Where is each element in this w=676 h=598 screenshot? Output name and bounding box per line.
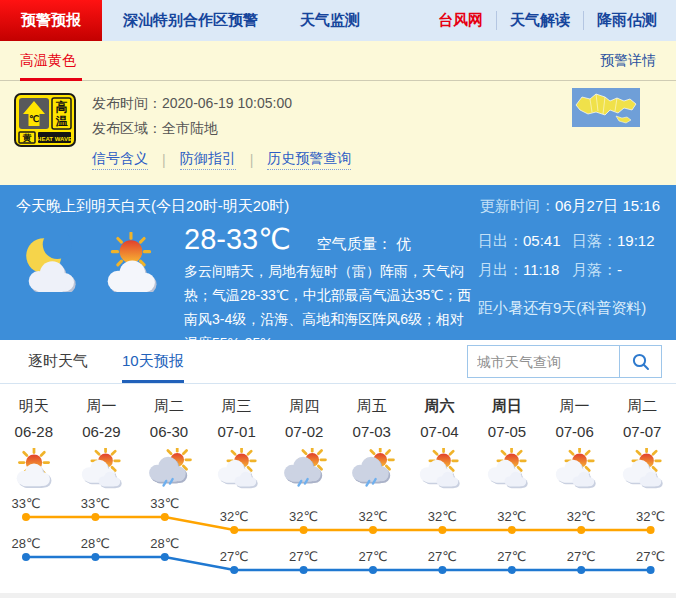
panel-header: 今天晚上到明天白天(今日20时-明天20时) 更新时间：06月27日 15:16: [0, 185, 676, 216]
weather-page: 预警预报 深汕特别合作区预警 天气监测 台风网 天气解读 降雨估测 高温黄色 预…: [0, 0, 676, 598]
forecast-day-column[interactable]: 周二 07-07: [608, 396, 676, 493]
link-separator: |: [162, 152, 166, 168]
svg-text:27℃: 27℃: [428, 549, 457, 564]
night-cloudy-icon: [16, 232, 84, 355]
city-search-input[interactable]: [467, 345, 619, 378]
sunset: 日落：19:12: [572, 232, 660, 251]
forecast-columns: 明天 06-28 周一 06-29 周二 06-30 周三 07-01 周四 0…: [0, 396, 676, 493]
search-button[interactable]: [619, 345, 662, 378]
sun-moon-grid: 日出：05:41 日落：19:12 月出：11:18 月落：-: [478, 232, 660, 280]
alert-links-row: 信号含义 | 防御指引 | 历史预警查询: [92, 150, 351, 170]
cloudy-icon: [203, 445, 271, 493]
day-name: 周六: [406, 396, 474, 416]
footer-strip: [0, 593, 676, 598]
forecast-day-column[interactable]: 周三 07-01: [203, 396, 271, 493]
svg-text:32℃: 32℃: [497, 509, 526, 524]
day-date: 07-02: [270, 422, 338, 442]
tab-ten-day-forecast[interactable]: 10天预报: [122, 340, 184, 383]
publish-time-label: 发布时间：: [92, 95, 162, 111]
svg-text:27℃: 27℃: [358, 549, 387, 564]
nav-link-shenshan[interactable]: 深汕特别合作区预警: [102, 0, 279, 41]
alert-body: ℃ 高 温 黄 HEAT WAVE 发布时间：2020-06-19 10:05:…: [0, 81, 676, 185]
svg-text:黄: 黄: [23, 133, 32, 143]
nav-link-rain-estimate[interactable]: 降雨估测: [583, 11, 670, 30]
day-name: 周一: [68, 396, 136, 416]
forecast-day-column[interactable]: 周一 07-06: [541, 396, 609, 493]
sunrise: 日出：05:41: [478, 232, 572, 251]
current-weather-panel: 今天晚上到明天白天(今日20时-明天20时) 更新时间：06月27日 15:16…: [0, 185, 676, 340]
day-date: 06-29: [68, 422, 136, 442]
alert-level-title: 高温黄色: [20, 52, 76, 70]
ten-day-forecast: 明天 06-28 周一 06-29 周二 06-30 周三 07-01 周四 0…: [0, 384, 676, 595]
shower-icon: [338, 445, 406, 493]
day-date: 07-03: [338, 422, 406, 442]
day-name: 周二: [135, 396, 203, 416]
day-name: 明天: [0, 396, 68, 416]
top-nav: 预警预报 深汕特别合作区预警 天气监测 台风网 天气解读 降雨估测: [0, 0, 676, 41]
search-icon: [631, 352, 651, 372]
svg-text:27℃: 27℃: [220, 549, 249, 564]
day-cloudy-icon: [98, 232, 166, 355]
svg-text:32℃: 32℃: [567, 509, 596, 524]
nav-tab-warning-forecast-label: 预警预报: [21, 11, 81, 30]
warning-map-image: [572, 88, 640, 127]
svg-text:HEAT WAVE: HEAT WAVE: [37, 136, 72, 142]
svg-text:27℃: 27℃: [567, 549, 596, 564]
solar-term-note[interactable]: 距小暑还有9天(科普资料): [478, 299, 660, 318]
nav-tab-warning-forecast[interactable]: 预警预报: [0, 0, 102, 41]
day-date: 07-04: [406, 422, 474, 442]
nav-link-typhoon[interactable]: 台风网: [425, 11, 496, 30]
nav-right-links: 台风网 天气解读 降雨估测: [425, 0, 676, 41]
forecast-day-column[interactable]: 周五 07-03: [338, 396, 406, 493]
day-name: 周二: [608, 396, 676, 416]
svg-text:27℃: 27℃: [636, 549, 665, 564]
air-quality-label: 空气质量：: [317, 235, 392, 252]
svg-text:32℃: 32℃: [428, 509, 457, 524]
sun-moon-panel: 日出：05:41 日落：19:12 月出：11:18 月落：- 距小暑还有9天(…: [478, 220, 660, 355]
cloudy-icon: [541, 445, 609, 493]
heat-wave-badge-icon: ℃ 高 温 黄 HEAT WAVE: [14, 93, 76, 147]
forecast-day-column[interactable]: 周六 07-04: [406, 396, 474, 493]
svg-text:32℃: 32℃: [220, 509, 249, 524]
svg-text:28℃: 28℃: [150, 536, 179, 551]
day-date: 07-01: [203, 422, 271, 442]
day-name: 周一: [541, 396, 609, 416]
nav-link-weather-monitor[interactable]: 天气监测: [279, 0, 381, 41]
defense-guide-link[interactable]: 防御指引: [180, 150, 236, 170]
forecast-day-column[interactable]: 周二 06-30: [135, 396, 203, 493]
forecast-day-column[interactable]: 周四 07-02: [270, 396, 338, 493]
publish-time-value: 2020-06-19 10:05:00: [162, 95, 292, 111]
moonrise: 月出：11:18: [478, 261, 572, 280]
svg-text:32℃: 32℃: [636, 509, 665, 524]
shower-icon: [135, 445, 203, 493]
svg-text:℃: ℃: [29, 114, 39, 124]
update-time-label: 更新时间：: [480, 197, 555, 214]
alert-header: 高温黄色 预警详情: [0, 41, 676, 81]
svg-text:33℃: 33℃: [81, 496, 110, 511]
forecast-day-column[interactable]: 周日 07-05: [473, 396, 541, 493]
svg-text:27℃: 27℃: [289, 549, 318, 564]
nav-link-weather-explain[interactable]: 天气解读: [496, 11, 583, 30]
day-name: 周五: [338, 396, 406, 416]
temp-trend-chart: 33℃33℃33℃32℃32℃32℃32℃32℃32℃32℃28℃28℃28℃2…: [0, 495, 676, 595]
alert-detail-link[interactable]: 预警详情: [600, 52, 656, 70]
heat-wave-warning-badge: ℃ 高 温 黄 HEAT WAVE: [14, 91, 78, 185]
air-quality: 空气质量： 优: [317, 235, 411, 254]
tab-hourly-weather[interactable]: 逐时天气: [28, 340, 88, 383]
day-date: 07-07: [608, 422, 676, 442]
shower-icon: [270, 445, 338, 493]
forecast-day-column[interactable]: 明天 06-28: [0, 396, 68, 493]
cloudy-icon: [406, 445, 474, 493]
alert-publish-info: 发布时间：2020-06-19 10:05:00 发布区域：全市陆地 信号含义 …: [92, 91, 351, 185]
signal-meaning-link[interactable]: 信号含义: [92, 150, 148, 170]
cloudy-icon: [473, 445, 541, 493]
shenzhen-warning-map: [572, 88, 640, 127]
cloudy-icon: [608, 445, 676, 493]
update-time: 更新时间：06月27日 15:16: [480, 197, 660, 216]
day-name: 周四: [270, 396, 338, 416]
history-warning-query-link[interactable]: 历史预警查询: [267, 150, 351, 170]
cloudy-icon: [68, 445, 136, 493]
day-date: 07-05: [473, 422, 541, 442]
day-date: 07-06: [541, 422, 609, 442]
forecast-day-column[interactable]: 周一 06-29: [68, 396, 136, 493]
